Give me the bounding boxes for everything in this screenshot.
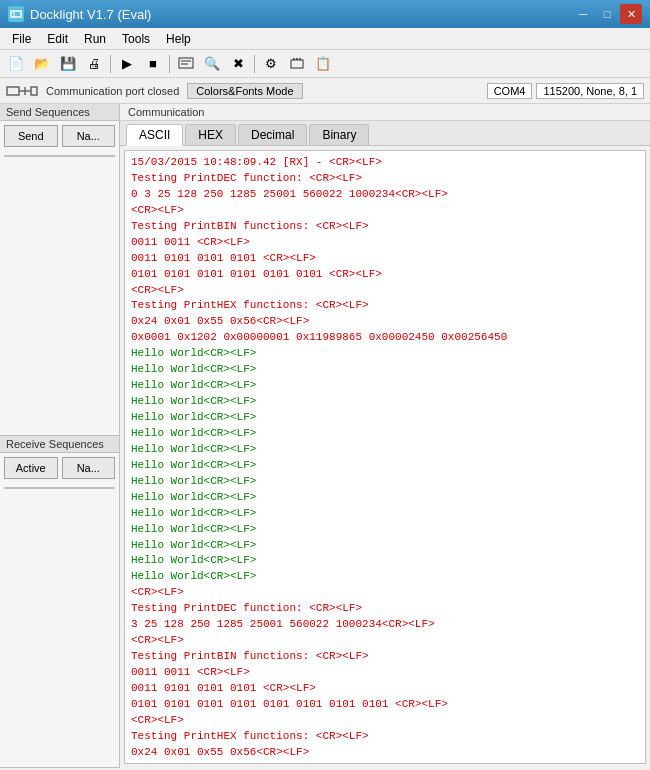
- svg-rect-9: [7, 87, 19, 95]
- toolbar: 📄 📂 💾 🖨 ▶ ■ 🔍 ✖ ⚙ 📋: [0, 50, 650, 78]
- send-button[interactable]: Send: [4, 125, 58, 147]
- comm-line: Hello World<CR><LF>: [131, 522, 639, 538]
- comm-line: 0x0001 0x1202 0x00000001 0x11989865 0x00…: [131, 761, 639, 764]
- window-controls: ─ □ ✕: [572, 4, 642, 24]
- comm-line: Hello World<CR><LF>: [131, 346, 639, 362]
- new-button[interactable]: 📄: [4, 53, 28, 75]
- svg-rect-13: [31, 87, 37, 95]
- comm-line: Testing PrintBIN functions: <CR><LF>: [131, 219, 639, 235]
- comm-line: Hello World<CR><LF>: [131, 410, 639, 426]
- window-title: Docklight V1.7 (Eval): [30, 7, 151, 22]
- port-icon: [6, 82, 38, 100]
- comm-line: 3 25 128 250 1285 25001 560022 1000234<C…: [131, 617, 639, 633]
- comm-line: Testing PrintHEX functions: <CR><LF>: [131, 298, 639, 314]
- close-button[interactable]: ✕: [620, 4, 642, 24]
- menu-run[interactable]: Run: [76, 30, 114, 48]
- menu-tools[interactable]: Tools: [114, 30, 158, 48]
- comm-line: 0011 0101 0101 0101 <CR><LF>: [131, 251, 639, 267]
- open-button[interactable]: 📂: [30, 53, 54, 75]
- comm-line: 0011 0101 0101 0101 <CR><LF>: [131, 681, 639, 697]
- comm-line: <CR><LF>: [131, 713, 639, 729]
- comm-line: 15/03/2015 10:48:09.42 [RX] - <CR><LF>: [131, 155, 639, 171]
- comm-line: <CR><LF>: [131, 203, 639, 219]
- comm-line: Testing PrintDEC function: <CR><LF>: [131, 171, 639, 187]
- menu-file[interactable]: File: [4, 30, 39, 48]
- tab-ascii[interactable]: ASCII: [126, 124, 183, 146]
- stop-button[interactable]: ■: [141, 53, 165, 75]
- receive-sequences-panel: Receive Sequences Active Na...: [0, 436, 119, 768]
- port-status-text: Communication port closed: [46, 85, 179, 97]
- comm-line: Hello World<CR><LF>: [131, 394, 639, 410]
- colors-mode-badge[interactable]: Colors&Fonts Mode: [187, 83, 302, 99]
- comm-line: Hello World<CR><LF>: [131, 569, 639, 585]
- comm-line: Hello World<CR><LF>: [131, 378, 639, 394]
- comm-line: 0011 0011 <CR><LF>: [131, 665, 639, 681]
- tab-decimal[interactable]: Decimal: [238, 124, 307, 145]
- comm-line: Hello World<CR><LF>: [131, 362, 639, 378]
- receive-buttons: Active Na...: [0, 453, 119, 483]
- status-bar: Communication port closed Colors&Fonts M…: [0, 78, 650, 104]
- comm-line: 0011 0011 <CR><LF>: [131, 235, 639, 251]
- app-icon: [8, 6, 24, 22]
- send-sequences-panel: Send Sequences Send Na...: [0, 104, 119, 436]
- right-panel: Communication ASCII HEX Decimal Binary 1…: [120, 104, 650, 768]
- minimize-button[interactable]: ─: [572, 4, 594, 24]
- log-button[interactable]: 📋: [311, 53, 335, 75]
- left-panel: Send Sequences Send Na... Receive Sequen…: [0, 104, 120, 768]
- clear-button[interactable]: ✖: [226, 53, 250, 75]
- comm-line: Hello World<CR><LF>: [131, 538, 639, 554]
- svg-rect-2: [179, 58, 193, 68]
- receive-sequences-list[interactable]: [4, 487, 115, 489]
- comm-line: Hello World<CR><LF>: [131, 458, 639, 474]
- seq-editor-button[interactable]: [174, 53, 198, 75]
- main-layout: Send Sequences Send Na... Receive Sequen…: [0, 104, 650, 768]
- receive-sequences-header: Receive Sequences: [0, 436, 119, 453]
- separator-1: [110, 55, 111, 73]
- svg-rect-5: [291, 60, 303, 68]
- menu-help[interactable]: Help: [158, 30, 199, 48]
- print-button[interactable]: 🖨: [82, 53, 106, 75]
- title-bar: Docklight V1.7 (Eval) ─ □ ✕: [0, 0, 650, 28]
- comm-line: Hello World<CR><LF>: [131, 490, 639, 506]
- save-button[interactable]: 💾: [56, 53, 80, 75]
- comm-line: Hello World<CR><LF>: [131, 506, 639, 522]
- comm-line: <CR><LF>: [131, 283, 639, 299]
- comm-line: Hello World<CR><LF>: [131, 553, 639, 569]
- comm-line: 0x0001 0x1202 0x00000001 0x11989865 0x00…: [131, 330, 639, 346]
- comm-line: Hello World<CR><LF>: [131, 474, 639, 490]
- active-button[interactable]: Active: [4, 457, 58, 479]
- settings-button[interactable]: ⚙: [259, 53, 283, 75]
- menu-bar: File Edit Run Tools Help: [0, 28, 650, 50]
- comm-line: 0 3 25 128 250 1285 25001 560022 1000234…: [131, 187, 639, 203]
- run-button[interactable]: ▶: [115, 53, 139, 75]
- comm-line: 0x24 0x01 0x55 0x56<CR><LF>: [131, 314, 639, 330]
- comm-line: 0101 0101 0101 0101 0101 0101 0101 0101 …: [131, 697, 639, 713]
- comm-line: Hello World<CR><LF>: [131, 426, 639, 442]
- comm-line: Hello World<CR><LF>: [131, 442, 639, 458]
- search-button[interactable]: 🔍: [200, 53, 224, 75]
- send-buttons: Send Na...: [0, 121, 119, 151]
- receive-name-button[interactable]: Na...: [62, 457, 116, 479]
- com-port-field[interactable]: COM4: [487, 83, 533, 99]
- send-name-button[interactable]: Na...: [62, 125, 116, 147]
- send-sequences-header: Send Sequences: [0, 104, 119, 121]
- comm-line: <CR><LF>: [131, 633, 639, 649]
- separator-3: [254, 55, 255, 73]
- comm-line: Testing PrintDEC function: <CR><LF>: [131, 601, 639, 617]
- communication-area[interactable]: 15/03/2015 10:48:09.42 [RX] - <CR><LF>Te…: [124, 150, 646, 764]
- svg-rect-0: [11, 11, 21, 17]
- port-button[interactable]: [285, 53, 309, 75]
- comm-line: Testing PrintBIN functions: <CR><LF>: [131, 649, 639, 665]
- comm-line: 0x24 0x01 0x55 0x56<CR><LF>: [131, 745, 639, 761]
- tab-hex[interactable]: HEX: [185, 124, 236, 145]
- tab-binary[interactable]: Binary: [309, 124, 369, 145]
- baud-rate-field[interactable]: 115200, None, 8, 1: [536, 83, 644, 99]
- send-sequences-list[interactable]: [4, 155, 115, 157]
- tab-bar: ASCII HEX Decimal Binary: [120, 121, 650, 146]
- comm-line: Testing PrintHEX functions: <CR><LF>: [131, 729, 639, 745]
- separator-2: [169, 55, 170, 73]
- comm-line: <CR><LF>: [131, 585, 639, 601]
- menu-edit[interactable]: Edit: [39, 30, 76, 48]
- comm-line: 0101 0101 0101 0101 0101 0101 <CR><LF>: [131, 267, 639, 283]
- maximize-button[interactable]: □: [596, 4, 618, 24]
